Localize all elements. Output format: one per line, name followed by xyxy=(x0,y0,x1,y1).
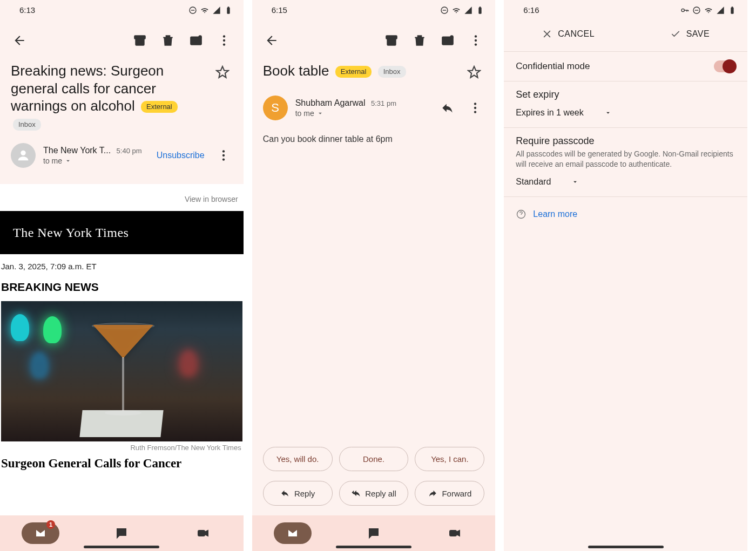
archive-button[interactable] xyxy=(380,29,403,52)
email-body[interactable]: View in browser The New York Times Jan. … xyxy=(0,184,244,515)
panel-email-nyt: 6:13 Breaking news: Surgeon general call… xyxy=(0,0,252,551)
to-line: to me xyxy=(43,157,62,165)
reply-all-icon xyxy=(351,488,361,498)
battery-icon xyxy=(224,6,233,15)
article-date: Jan. 3, 2025, 7:09 a.m. ET xyxy=(1,254,242,276)
svg-point-13 xyxy=(222,158,225,160)
star-button[interactable] xyxy=(212,62,233,85)
dnd-icon xyxy=(440,6,449,15)
status-icons xyxy=(440,6,484,15)
sender-avatar[interactable] xyxy=(11,143,36,168)
nav-chat[interactable] xyxy=(355,522,393,544)
nav-video[interactable] xyxy=(436,522,474,544)
reply-chip[interactable]: Reply xyxy=(263,481,333,506)
app-bar xyxy=(252,19,496,60)
passcode-help: All passcodes will be generated by Googl… xyxy=(516,149,735,169)
more-button[interactable] xyxy=(212,29,236,52)
wifi-icon xyxy=(200,6,209,15)
svg-rect-17 xyxy=(479,7,482,13)
expiry-dropdown[interactable]: Expires in 1 week xyxy=(516,108,611,118)
check-icon xyxy=(670,29,681,39)
confidential-mode-label: Confidential mode xyxy=(516,61,714,72)
back-button[interactable] xyxy=(8,29,31,52)
learn-more-link[interactable]: Learn more xyxy=(504,197,747,232)
sender-avatar[interactable]: S xyxy=(263,96,288,120)
svg-point-10 xyxy=(21,151,25,155)
sender-info[interactable]: The New York T... 5:40 pm to me xyxy=(43,146,149,165)
sender-info[interactable]: Shubham Agarwal 5:31 pm to me xyxy=(295,98,430,118)
nav-mail[interactable] xyxy=(274,522,312,544)
help-icon xyxy=(516,209,526,220)
delete-button[interactable] xyxy=(156,29,180,52)
nav-chat[interactable] xyxy=(103,522,140,544)
svg-point-26 xyxy=(474,107,476,109)
inbox-label: Inbox xyxy=(378,66,406,78)
nav-video[interactable] xyxy=(184,522,222,544)
sender-row: S Shubham Agarwal 5:31 pm to me xyxy=(252,89,496,127)
more-button[interactable] xyxy=(464,29,488,52)
cancel-button[interactable]: CANCEL xyxy=(542,29,595,39)
smart-reply-row: Yes, will do. Done. Yes, I can. xyxy=(252,447,496,481)
reply-button[interactable] xyxy=(437,96,458,120)
reply-all-chip[interactable]: Reply all xyxy=(339,481,409,506)
wifi-icon xyxy=(452,6,461,15)
mail-badge: 1 xyxy=(46,520,55,529)
confidential-toggle[interactable] xyxy=(714,60,735,72)
star-button[interactable] xyxy=(464,62,484,85)
external-label: External xyxy=(335,66,372,78)
svg-point-8 xyxy=(223,39,225,42)
chevron-down-icon xyxy=(64,157,72,165)
subject-row: Book table External Inbox xyxy=(252,60,496,89)
delete-button[interactable] xyxy=(408,29,431,52)
status-icons xyxy=(188,6,233,15)
svg-point-24 xyxy=(475,43,477,45)
breaking-heading: BREAKING NEWS xyxy=(1,276,242,301)
forward-chip[interactable]: Forward xyxy=(415,481,484,506)
svg-point-12 xyxy=(222,154,225,157)
sender-more-button[interactable] xyxy=(214,144,233,167)
chevron-down-icon xyxy=(316,110,324,117)
sender-more-button[interactable] xyxy=(466,96,484,120)
email-subject: Breaking news: Surgeon general calls for… xyxy=(11,62,208,132)
smart-reply-2[interactable]: Done. xyxy=(339,447,409,471)
article-headline: Surgeon General Calls for Cancer xyxy=(1,455,242,471)
cancel-save-row: CANCEL SAVE xyxy=(504,19,747,52)
passcode-dropdown[interactable]: Standard xyxy=(516,177,579,187)
bottom-nav: 1 xyxy=(0,515,244,551)
svg-point-21 xyxy=(450,35,454,39)
gesture-bar[interactable] xyxy=(84,546,159,548)
mark-unread-button[interactable] xyxy=(436,29,460,52)
svg-rect-33 xyxy=(732,6,733,8)
status-time: 6:16 xyxy=(523,5,539,15)
svg-rect-18 xyxy=(480,6,481,8)
view-in-browser-link[interactable]: View in browser xyxy=(0,184,244,211)
subject-text: Book table xyxy=(263,63,329,79)
smart-reply-1[interactable]: Yes, will do. xyxy=(263,447,333,471)
archive-button[interactable] xyxy=(128,29,152,52)
subject-row: Breaking news: Surgeon general calls for… xyxy=(0,60,244,137)
svg-point-6 xyxy=(198,35,202,39)
status-time: 6:15 xyxy=(272,5,287,15)
svg-rect-32 xyxy=(731,7,733,13)
gesture-bar[interactable] xyxy=(336,546,411,548)
message-body: Can you book dinner table at 6pm xyxy=(252,127,496,447)
nyt-logo: The New York Times xyxy=(0,211,244,254)
reply-icon xyxy=(280,488,290,498)
caret-down-icon xyxy=(571,178,579,186)
back-button[interactable] xyxy=(260,29,284,52)
bottom-nav xyxy=(252,515,496,551)
wifi-icon xyxy=(704,6,713,15)
smart-reply-3[interactable]: Yes, I can. xyxy=(415,447,484,471)
gesture-bar[interactable] xyxy=(588,546,664,548)
svg-point-29 xyxy=(681,9,684,11)
app-bar xyxy=(0,19,244,60)
mark-unread-button[interactable] xyxy=(184,29,208,52)
save-button[interactable]: SAVE xyxy=(670,29,710,39)
signal-icon xyxy=(464,6,473,15)
image-credit: Ruth Fremson/The New York Times xyxy=(1,441,242,455)
svg-rect-4 xyxy=(134,36,145,38)
nav-mail[interactable]: 1 xyxy=(22,522,59,544)
svg-point-7 xyxy=(223,35,225,37)
unsubscribe-link[interactable]: Unsubscribe xyxy=(157,151,205,160)
inbox-label: Inbox xyxy=(13,119,41,131)
